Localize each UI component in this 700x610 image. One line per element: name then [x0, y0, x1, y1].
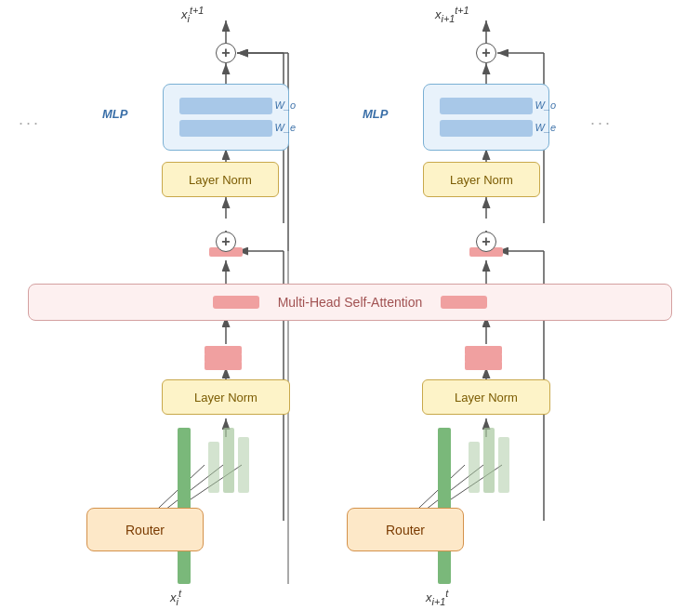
mlp-we-row-right: W_e [435, 120, 537, 137]
layer-norm-bottom-right-label: Layer Norm [455, 391, 518, 404]
layer-norm-bottom-left-label: Layer Norm [194, 391, 258, 404]
green-bar-left-main [178, 428, 191, 584]
x-label-bottom-right: xi+1t [426, 588, 448, 607]
mhsa-pink-bar-left [213, 296, 259, 309]
mlp-we-row-left: W_e [175, 120, 277, 137]
green-bar-left-3 [238, 437, 249, 493]
dots-left: ... [19, 110, 41, 129]
router-right-label: Router [386, 523, 425, 537]
green-bar-left-1 [208, 442, 219, 493]
green-bar-right-3 [498, 437, 509, 493]
x-label-top-right: xi+1t+1 [435, 5, 469, 24]
circle-plus-top-right: + [476, 43, 496, 63]
diagram: xit+1 + W_o W_e MLP Layer Norm + Layer N… [0, 0, 700, 610]
mlp-wo-label-left: W_o [274, 99, 296, 111]
circle-plus-mid-left: + [216, 232, 236, 252]
layer-norm-bottom-left: Layer Norm [162, 379, 290, 415]
x-label-bottom-left: xit [170, 588, 181, 607]
mlp-wo-bar-left [179, 98, 272, 114]
mlp-we-label-left: W_e [274, 122, 296, 133]
mlp-we-label-right: W_e [535, 122, 556, 133]
router-left: Router [86, 508, 204, 551]
router-left-label: Router [125, 523, 165, 537]
mhsa-box: Multi-Head Self-Attention [28, 284, 672, 321]
wv-bar-right [465, 361, 502, 370]
mlp-label-right: MLP [363, 107, 388, 121]
router-right: Router [347, 508, 464, 551]
mlp-box-right: W_o W_e [423, 84, 549, 151]
mhsa-pink-bar-right [441, 296, 487, 309]
mlp-we-bar-left [179, 120, 272, 137]
green-bar-right-2 [483, 428, 495, 493]
mlp-wo-row-left: W_o [175, 98, 277, 114]
x-label-top-left: xit+1 [181, 5, 204, 24]
circle-plus-mid-right: + [476, 232, 496, 252]
green-bar-right-1 [469, 442, 480, 493]
dots-right: ... [590, 110, 613, 129]
layer-norm-bottom-right: Layer Norm [422, 379, 550, 415]
wv-bar-left [205, 361, 242, 370]
mlp-wo-bar-right [440, 98, 533, 114]
mlp-label-left: MLP [102, 107, 127, 121]
layer-norm-top-left: Layer Norm [162, 162, 279, 197]
mlp-box-left: W_o W_e [163, 84, 289, 151]
layer-norm-top-left-label: Layer Norm [189, 173, 252, 187]
mlp-wo-label-right: W_o [535, 99, 556, 111]
mlp-we-bar-right [440, 120, 533, 137]
mlp-wo-row-right: W_o [435, 98, 537, 114]
mhsa-label: Multi-Head Self-Attention [278, 295, 423, 310]
layer-norm-top-right-label: Layer Norm [450, 173, 513, 187]
circle-plus-top-left: + [216, 43, 236, 63]
green-bar-left-2 [223, 428, 234, 493]
layer-norm-top-right: Layer Norm [423, 162, 540, 197]
green-bar-right-main [438, 428, 451, 584]
